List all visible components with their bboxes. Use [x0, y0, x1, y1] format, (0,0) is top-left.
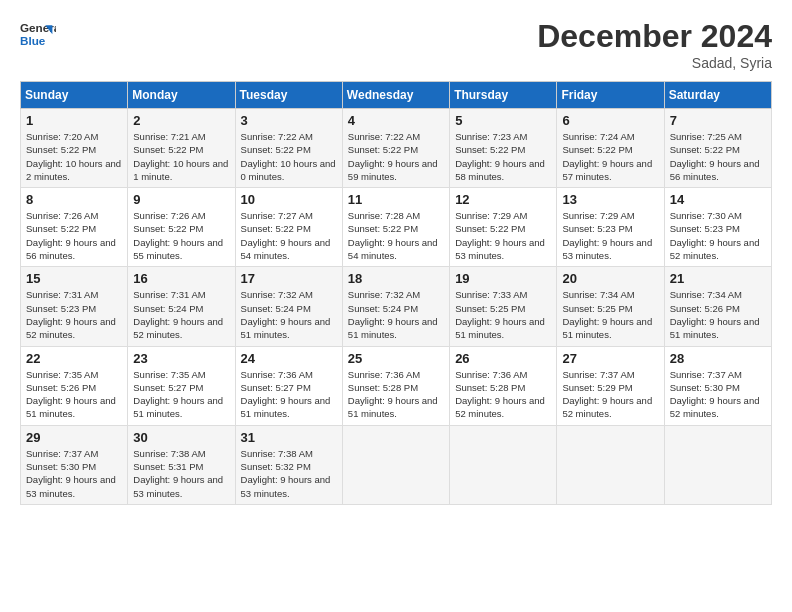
day-number: 23	[133, 351, 229, 366]
table-cell: 31 Sunrise: 7:38 AMSunset: 5:32 PMDaylig…	[235, 425, 342, 504]
day-info: Sunrise: 7:32 AMSunset: 5:24 PMDaylight:…	[241, 288, 337, 341]
day-number: 26	[455, 351, 551, 366]
day-info: Sunrise: 7:38 AMSunset: 5:32 PMDaylight:…	[241, 447, 337, 500]
day-number: 4	[348, 113, 444, 128]
calendar-week-row: 1 Sunrise: 7:20 AMSunset: 5:22 PMDayligh…	[21, 109, 772, 188]
col-thursday: Thursday	[450, 82, 557, 109]
day-number: 10	[241, 192, 337, 207]
table-cell: 29 Sunrise: 7:37 AMSunset: 5:30 PMDaylig…	[21, 425, 128, 504]
col-friday: Friday	[557, 82, 664, 109]
day-info: Sunrise: 7:29 AMSunset: 5:23 PMDaylight:…	[562, 209, 658, 262]
day-info: Sunrise: 7:32 AMSunset: 5:24 PMDaylight:…	[348, 288, 444, 341]
col-wednesday: Wednesday	[342, 82, 449, 109]
day-number: 28	[670, 351, 766, 366]
day-info: Sunrise: 7:20 AMSunset: 5:22 PMDaylight:…	[26, 130, 122, 183]
day-number: 22	[26, 351, 122, 366]
calendar-header-row: Sunday Monday Tuesday Wednesday Thursday…	[21, 82, 772, 109]
table-cell: 1 Sunrise: 7:20 AMSunset: 5:22 PMDayligh…	[21, 109, 128, 188]
calendar-table: Sunday Monday Tuesday Wednesday Thursday…	[20, 81, 772, 505]
title-block: December 2024 Sadad, Syria	[537, 18, 772, 71]
col-saturday: Saturday	[664, 82, 771, 109]
col-tuesday: Tuesday	[235, 82, 342, 109]
table-cell: 23 Sunrise: 7:35 AMSunset: 5:27 PMDaylig…	[128, 346, 235, 425]
table-cell: 22 Sunrise: 7:35 AMSunset: 5:26 PMDaylig…	[21, 346, 128, 425]
logo-icon: General Blue	[20, 18, 56, 54]
table-cell: 20 Sunrise: 7:34 AMSunset: 5:25 PMDaylig…	[557, 267, 664, 346]
day-number: 30	[133, 430, 229, 445]
table-cell: 18 Sunrise: 7:32 AMSunset: 5:24 PMDaylig…	[342, 267, 449, 346]
day-number: 13	[562, 192, 658, 207]
day-number: 1	[26, 113, 122, 128]
day-info: Sunrise: 7:34 AMSunset: 5:25 PMDaylight:…	[562, 288, 658, 341]
table-cell: 9 Sunrise: 7:26 AMSunset: 5:22 PMDayligh…	[128, 188, 235, 267]
table-cell	[342, 425, 449, 504]
day-number: 31	[241, 430, 337, 445]
table-cell: 16 Sunrise: 7:31 AMSunset: 5:24 PMDaylig…	[128, 267, 235, 346]
table-cell: 28 Sunrise: 7:37 AMSunset: 5:30 PMDaylig…	[664, 346, 771, 425]
table-cell: 5 Sunrise: 7:23 AMSunset: 5:22 PMDayligh…	[450, 109, 557, 188]
day-number: 27	[562, 351, 658, 366]
day-info: Sunrise: 7:37 AMSunset: 5:30 PMDaylight:…	[670, 368, 766, 421]
day-info: Sunrise: 7:25 AMSunset: 5:22 PMDaylight:…	[670, 130, 766, 183]
day-number: 8	[26, 192, 122, 207]
day-number: 21	[670, 271, 766, 286]
day-info: Sunrise: 7:21 AMSunset: 5:22 PMDaylight:…	[133, 130, 229, 183]
day-info: Sunrise: 7:30 AMSunset: 5:23 PMDaylight:…	[670, 209, 766, 262]
month-title: December 2024	[537, 18, 772, 55]
day-number: 11	[348, 192, 444, 207]
day-number: 15	[26, 271, 122, 286]
table-cell: 25 Sunrise: 7:36 AMSunset: 5:28 PMDaylig…	[342, 346, 449, 425]
table-cell: 19 Sunrise: 7:33 AMSunset: 5:25 PMDaylig…	[450, 267, 557, 346]
table-cell: 26 Sunrise: 7:36 AMSunset: 5:28 PMDaylig…	[450, 346, 557, 425]
table-cell: 21 Sunrise: 7:34 AMSunset: 5:26 PMDaylig…	[664, 267, 771, 346]
day-number: 2	[133, 113, 229, 128]
day-info: Sunrise: 7:38 AMSunset: 5:31 PMDaylight:…	[133, 447, 229, 500]
day-info: Sunrise: 7:24 AMSunset: 5:22 PMDaylight:…	[562, 130, 658, 183]
calendar-week-row: 8 Sunrise: 7:26 AMSunset: 5:22 PMDayligh…	[21, 188, 772, 267]
day-info: Sunrise: 7:36 AMSunset: 5:28 PMDaylight:…	[348, 368, 444, 421]
table-cell: 12 Sunrise: 7:29 AMSunset: 5:22 PMDaylig…	[450, 188, 557, 267]
table-cell: 8 Sunrise: 7:26 AMSunset: 5:22 PMDayligh…	[21, 188, 128, 267]
table-cell: 27 Sunrise: 7:37 AMSunset: 5:29 PMDaylig…	[557, 346, 664, 425]
calendar-body: 1 Sunrise: 7:20 AMSunset: 5:22 PMDayligh…	[21, 109, 772, 505]
day-number: 20	[562, 271, 658, 286]
day-number: 16	[133, 271, 229, 286]
day-info: Sunrise: 7:37 AMSunset: 5:30 PMDaylight:…	[26, 447, 122, 500]
table-cell: 10 Sunrise: 7:27 AMSunset: 5:22 PMDaylig…	[235, 188, 342, 267]
day-info: Sunrise: 7:31 AMSunset: 5:24 PMDaylight:…	[133, 288, 229, 341]
table-cell: 17 Sunrise: 7:32 AMSunset: 5:24 PMDaylig…	[235, 267, 342, 346]
table-cell: 4 Sunrise: 7:22 AMSunset: 5:22 PMDayligh…	[342, 109, 449, 188]
day-number: 9	[133, 192, 229, 207]
day-number: 5	[455, 113, 551, 128]
table-cell: 2 Sunrise: 7:21 AMSunset: 5:22 PMDayligh…	[128, 109, 235, 188]
location: Sadad, Syria	[537, 55, 772, 71]
day-info: Sunrise: 7:36 AMSunset: 5:28 PMDaylight:…	[455, 368, 551, 421]
logo: General Blue	[20, 18, 60, 54]
table-cell	[557, 425, 664, 504]
day-info: Sunrise: 7:27 AMSunset: 5:22 PMDaylight:…	[241, 209, 337, 262]
day-number: 12	[455, 192, 551, 207]
day-info: Sunrise: 7:35 AMSunset: 5:27 PMDaylight:…	[133, 368, 229, 421]
day-info: Sunrise: 7:34 AMSunset: 5:26 PMDaylight:…	[670, 288, 766, 341]
calendar-week-row: 29 Sunrise: 7:37 AMSunset: 5:30 PMDaylig…	[21, 425, 772, 504]
day-info: Sunrise: 7:33 AMSunset: 5:25 PMDaylight:…	[455, 288, 551, 341]
svg-text:Blue: Blue	[20, 34, 46, 47]
table-cell: 24 Sunrise: 7:36 AMSunset: 5:27 PMDaylig…	[235, 346, 342, 425]
day-info: Sunrise: 7:28 AMSunset: 5:22 PMDaylight:…	[348, 209, 444, 262]
day-info: Sunrise: 7:29 AMSunset: 5:22 PMDaylight:…	[455, 209, 551, 262]
day-info: Sunrise: 7:31 AMSunset: 5:23 PMDaylight:…	[26, 288, 122, 341]
day-number: 3	[241, 113, 337, 128]
day-number: 6	[562, 113, 658, 128]
day-info: Sunrise: 7:36 AMSunset: 5:27 PMDaylight:…	[241, 368, 337, 421]
day-info: Sunrise: 7:22 AMSunset: 5:22 PMDaylight:…	[348, 130, 444, 183]
day-number: 18	[348, 271, 444, 286]
day-info: Sunrise: 7:37 AMSunset: 5:29 PMDaylight:…	[562, 368, 658, 421]
col-sunday: Sunday	[21, 82, 128, 109]
day-info: Sunrise: 7:26 AMSunset: 5:22 PMDaylight:…	[26, 209, 122, 262]
day-number: 24	[241, 351, 337, 366]
table-cell: 7 Sunrise: 7:25 AMSunset: 5:22 PMDayligh…	[664, 109, 771, 188]
table-cell: 11 Sunrise: 7:28 AMSunset: 5:22 PMDaylig…	[342, 188, 449, 267]
calendar-week-row: 22 Sunrise: 7:35 AMSunset: 5:26 PMDaylig…	[21, 346, 772, 425]
col-monday: Monday	[128, 82, 235, 109]
day-number: 25	[348, 351, 444, 366]
